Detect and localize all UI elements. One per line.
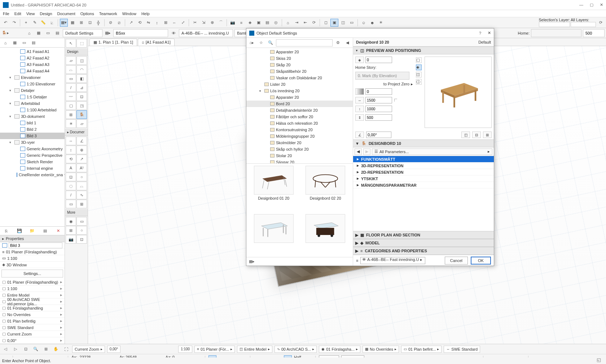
lib-item[interactable]: Möbleringsgrupper 20 xyxy=(246,133,353,139)
tool-btn[interactable]: ↕ xyxy=(66,146,76,154)
navigator-tree[interactable]: A1 Fasad A1A2 Fasad A2A3 Fasad A3A4 Fasa… xyxy=(0,48,65,226)
home-field[interactable] xyxy=(531,29,581,37)
design-panel-header[interactable]: ▼🪑DESIGNBORD 10 xyxy=(353,139,494,147)
tool-btn[interactable]: ⊞ xyxy=(66,226,76,235)
tool-btn[interactable]: ○ xyxy=(76,173,87,181)
tool-btn[interactable]: ▭ xyxy=(66,74,76,83)
nav-home-icon[interactable]: ⌂ xyxy=(1,39,9,47)
lib-mode-icon[interactable]: ▦▸ xyxy=(248,258,256,266)
tool-btn[interactable]: ⊿ xyxy=(76,83,87,92)
param-row[interactable]: ▶3D-REPRESENTATION xyxy=(353,163,494,169)
nav-doc-icon[interactable]: ▤ xyxy=(30,39,38,47)
param-row[interactable]: ▶FUNKTIONSMÅTT xyxy=(353,156,494,163)
nav-item[interactable]: Bild 2 xyxy=(0,126,65,133)
param-back-icon[interactable]: ◀ xyxy=(355,148,362,155)
sb-angle[interactable]: 0,00° xyxy=(107,346,120,353)
fillet-icon[interactable]: ⌒ xyxy=(217,19,225,27)
ok-button[interactable]: OK xyxy=(471,257,491,265)
cube-outline-icon[interactable]: ◻ xyxy=(322,19,330,27)
tool-btn[interactable]: ◫ xyxy=(76,56,87,65)
angle-field[interactable] xyxy=(366,132,391,138)
menu-window[interactable]: Window xyxy=(122,12,136,16)
arrow-tool-icon[interactable]: ↖ xyxy=(66,39,76,48)
eye-icon[interactable]: 👁 xyxy=(170,29,177,37)
tool-btn[interactable]: ↗ xyxy=(76,155,87,163)
lower-prop-row[interactable]: ▢Current Zoom▸ xyxy=(0,331,65,337)
tool-btn[interactable]: ∿ xyxy=(76,191,87,199)
mirror-icon[interactable]: ⇋ xyxy=(144,19,152,27)
thumb-designbord-02[interactable]: Designbord 02 20 xyxy=(300,166,351,213)
preview-canvas[interactable] xyxy=(425,57,492,128)
folder-icon[interactable]: 📁 xyxy=(28,227,36,235)
menu-help[interactable]: Help xyxy=(141,12,150,16)
lower-prop-row[interactable]: ▢01 Plan befintlig▸ xyxy=(0,318,65,324)
box-icon[interactable]: ▭ xyxy=(348,19,356,27)
default-settings-button[interactable]: Default Settings xyxy=(63,29,102,37)
pm-front-icon[interactable]: ◫ xyxy=(416,72,422,77)
out-icon[interactable]: ⇤ xyxy=(301,19,309,27)
tool-btn[interactable]: ▭ xyxy=(76,217,87,226)
cube-solid-icon[interactable]: ▣ xyxy=(330,19,338,27)
nav-item[interactable]: ▾Detaljer xyxy=(0,87,65,94)
nav-plan-icon[interactable]: ▦ xyxy=(11,39,19,47)
nav-item[interactable]: 1:20 Elevationer xyxy=(0,81,65,87)
home-tab-icon[interactable]: ⌂ xyxy=(25,29,33,37)
tool-btn[interactable]: / xyxy=(66,191,76,199)
prop-name-field[interactable] xyxy=(9,243,62,248)
tool-btn[interactable]: 〰 xyxy=(66,92,76,101)
sb-arc[interactable]: ∿ 00 ArchiCAD S... ▸ xyxy=(275,346,317,353)
floorplan-panel-header[interactable]: ▶▦FLOOR PLAN AND SECTION xyxy=(353,231,494,239)
nav-item[interactable]: A1 Fasad A1 xyxy=(0,48,65,55)
sb-model[interactable]: ◫ Entire Model ▸ xyxy=(237,346,272,353)
nav-item[interactable]: ▾Elevationer xyxy=(0,74,65,81)
globe-icon[interactable]: ◎ xyxy=(272,19,280,27)
lower-prop-row[interactable]: ▢01 Förslagshandling▸ xyxy=(0,305,65,311)
iso-icon[interactable]: ◈ xyxy=(355,57,364,63)
thumb-designbord-01[interactable]: Designbord 01 20 xyxy=(249,166,299,213)
lower-prop-row[interactable]: ▢01 Planer (Förslagshandling)▸ xyxy=(0,279,65,285)
project-zero-link[interactable]: to Project Zero ▸ xyxy=(355,82,413,86)
person2-icon[interactable]: ☻ xyxy=(368,19,376,27)
collapse-icon[interactable]: ◀ xyxy=(343,39,351,47)
constrain-icon[interactable]: ╬ xyxy=(95,19,102,27)
tab-fasad[interactable]: ⌂[A1 Fasad A1] xyxy=(138,39,175,46)
star-icon[interactable]: ☆ xyxy=(257,39,265,47)
undo-icon[interactable]: ↶ xyxy=(1,19,9,27)
tool-btn[interactable]: / xyxy=(66,83,76,92)
home-icon[interactable]: ⌂▸ xyxy=(248,39,256,47)
tool-btn[interactable]: A¹ xyxy=(76,164,87,172)
mirror-v-icon[interactable]: ⊟ xyxy=(472,132,481,138)
tool-btn[interactable]: ⌓ xyxy=(66,65,76,74)
move-icon[interactable]: ↗ xyxy=(127,19,135,27)
trace-icon[interactable]: ⎚ xyxy=(115,19,123,27)
menu-teamwork[interactable]: Teamwork xyxy=(99,12,117,16)
tool-btn[interactable]: ▱ xyxy=(66,56,76,65)
param-row[interactable]: ▶MÄNGDNINGSPARAMETRAR xyxy=(353,182,494,188)
nav-view-icon[interactable]: ▭ xyxy=(20,39,28,47)
redo-icon[interactable]: ↷ xyxy=(10,19,18,27)
documen-header[interactable]: ▸ Documer xyxy=(65,129,88,136)
nav-item[interactable]: Generic Perspective xyxy=(0,152,65,159)
thumb-designbord-04[interactable] xyxy=(300,214,351,255)
multiply-icon[interactable]: ⊞ xyxy=(162,19,170,27)
design-header[interactable]: Design xyxy=(65,48,88,56)
nav-item[interactable]: Sketch Render xyxy=(0,159,65,165)
stretch-icon[interactable]: ↔ xyxy=(170,19,178,27)
plan-tab-icon[interactable]: ▦ xyxy=(35,29,43,37)
lib-item[interactable]: Detaljhandelsinteriör 20 xyxy=(246,107,353,114)
nav-item[interactable]: Bild 3 xyxy=(0,133,65,139)
categories-panel-header[interactable]: ▶≡CATEGORIES AND PROPERTIES xyxy=(353,247,494,255)
lower-prop-row[interactable]: ▢SWE Standard▸ xyxy=(0,324,65,331)
grid-icon[interactable]: ▦ xyxy=(69,19,76,27)
nav-item[interactable]: 1:100 Arbetsblad xyxy=(0,107,65,113)
sb-zoomfit-icon[interactable]: ⊡ xyxy=(22,345,30,353)
sb-redo-icon[interactable]: ▷ xyxy=(12,345,19,353)
tool-btn[interactable]: ◉ xyxy=(66,217,76,226)
model-panel-header[interactable]: ▶◈MODEL xyxy=(353,239,494,247)
intersect-icon[interactable]: ⊗ xyxy=(208,19,216,27)
cancel-button[interactable]: Cancel xyxy=(445,257,468,265)
nav-item[interactable]: Generic Axonometry xyxy=(0,146,65,152)
lib-item[interactable]: Sängar 20 xyxy=(246,159,353,163)
tool-btn[interactable]: A xyxy=(66,164,76,172)
rotate-icon[interactable]: ⟲ xyxy=(136,19,144,27)
